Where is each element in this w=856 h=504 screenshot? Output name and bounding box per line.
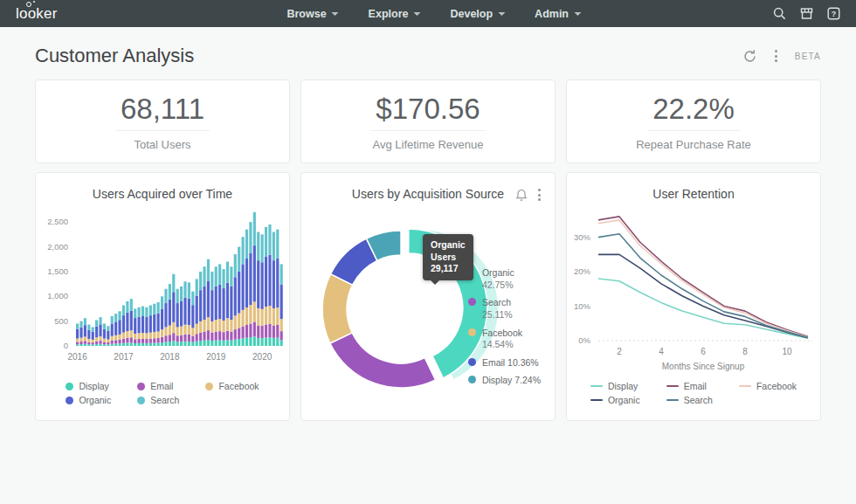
- bar-segment[interactable]: [261, 234, 264, 262]
- bar-segment[interactable]: [99, 336, 101, 341]
- bar-segment[interactable]: [99, 317, 101, 324]
- bar-segment[interactable]: [79, 342, 82, 344]
- bar-segment[interactable]: [84, 325, 86, 336]
- bar-segment[interactable]: [261, 262, 264, 309]
- bar-segment[interactable]: [164, 342, 167, 346]
- bar-segment[interactable]: [242, 327, 245, 339]
- bar-segment[interactable]: [257, 260, 259, 308]
- bar-segment[interactable]: [84, 344, 86, 346]
- bar-segment[interactable]: [203, 332, 205, 341]
- bar-segment[interactable]: [188, 299, 190, 326]
- bar-segment[interactable]: [234, 329, 237, 340]
- bar-segment[interactable]: [218, 319, 221, 331]
- bar-segment[interactable]: [230, 266, 232, 287]
- bar-segment[interactable]: [203, 320, 205, 332]
- bar-segment[interactable]: [142, 307, 144, 316]
- bar-segment[interactable]: [114, 343, 117, 346]
- bar-segment[interactable]: [222, 269, 224, 288]
- bar-segment[interactable]: [276, 230, 279, 259]
- bar-segment[interactable]: [273, 326, 275, 338]
- bar-segment[interactable]: [138, 307, 141, 317]
- bar-segment[interactable]: [153, 343, 155, 346]
- bar-segment[interactable]: [273, 308, 275, 326]
- legend-item-facebook[interactable]: Facebook: [739, 381, 797, 391]
- bar-segment[interactable]: [191, 336, 194, 342]
- bar-segment[interactable]: [134, 318, 136, 334]
- bar-segment[interactable]: [226, 318, 229, 330]
- bar-segment[interactable]: [207, 317, 210, 330]
- bar-segment[interactable]: [99, 341, 101, 344]
- donut-legend-item-facebook[interactable]: Facebook14.54%: [468, 328, 541, 351]
- bar-segment[interactable]: [142, 339, 144, 343]
- bar-segment[interactable]: [103, 344, 106, 346]
- bar-segment[interactable]: [261, 338, 264, 346]
- bar-segment[interactable]: [222, 341, 224, 346]
- bar-segment[interactable]: [157, 302, 160, 313]
- bar-segment[interactable]: [253, 301, 256, 321]
- bar-segment[interactable]: [280, 319, 283, 331]
- bar-segment[interactable]: [130, 299, 133, 310]
- bar-segment[interactable]: [107, 344, 109, 346]
- bar-segment[interactable]: [92, 332, 94, 340]
- bar-segment[interactable]: [245, 307, 248, 325]
- bar-segment[interactable]: [157, 314, 160, 332]
- bar-segment[interactable]: [161, 329, 163, 337]
- bar-segment[interactable]: [103, 329, 106, 339]
- bar-segment[interactable]: [95, 337, 98, 341]
- bar-segment[interactable]: [176, 335, 179, 342]
- bar-segment[interactable]: [183, 298, 186, 325]
- bar-segment[interactable]: [215, 266, 217, 287]
- bar-segment[interactable]: [226, 283, 229, 319]
- legend-item-email[interactable]: Email: [666, 381, 713, 391]
- bar-segment[interactable]: [107, 342, 109, 345]
- bar-segment[interactable]: [161, 308, 163, 329]
- bar-segment[interactable]: [114, 335, 117, 341]
- bar-segment[interactable]: [199, 272, 202, 290]
- bar-segment[interactable]: [242, 338, 245, 346]
- bar-segment[interactable]: [180, 287, 183, 301]
- bar-segment[interactable]: [84, 341, 86, 343]
- bar-segment[interactable]: [218, 331, 221, 340]
- bar-segment[interactable]: [145, 307, 148, 317]
- legend-item-email[interactable]: Email: [137, 381, 179, 391]
- bar-segment[interactable]: [134, 334, 136, 339]
- bar-segment[interactable]: [265, 337, 267, 346]
- bar-segment[interactable]: [211, 290, 213, 321]
- bar-segment[interactable]: [196, 342, 198, 346]
- bar-segment[interactable]: [268, 224, 271, 255]
- bar-segment[interactable]: [114, 340, 117, 343]
- bar-segment[interactable]: [145, 333, 148, 339]
- bar-segment[interactable]: [188, 335, 190, 342]
- bar-segment[interactable]: [164, 335, 167, 342]
- bar-segment[interactable]: [218, 264, 221, 284]
- legend-item-display[interactable]: Display: [590, 381, 640, 391]
- bar-segment[interactable]: [207, 340, 210, 346]
- bar-segment[interactable]: [107, 326, 109, 331]
- bar-segment[interactable]: [176, 342, 179, 346]
- bar-segment[interactable]: [238, 339, 240, 346]
- bar-segment[interactable]: [164, 303, 167, 327]
- bar-segment[interactable]: [103, 323, 106, 328]
- bar-segment[interactable]: [161, 342, 163, 346]
- bar-segment[interactable]: [245, 325, 248, 338]
- bar-segment[interactable]: [122, 315, 125, 333]
- bar-segment[interactable]: [180, 327, 183, 335]
- bar-segment[interactable]: [107, 340, 109, 342]
- bar-segment[interactable]: [126, 313, 128, 331]
- bar-segment[interactable]: [126, 331, 128, 338]
- bar-segment[interactable]: [134, 339, 136, 343]
- bar-segment[interactable]: [222, 332, 224, 341]
- bar-segment[interactable]: [196, 279, 198, 295]
- bar-segment[interactable]: [118, 343, 121, 346]
- retention-line-facebook[interactable]: [598, 220, 808, 337]
- bar-segment[interactable]: [145, 339, 148, 343]
- bar-segment[interactable]: [79, 344, 82, 346]
- bar-segment[interactable]: [218, 340, 221, 346]
- bar-segment[interactable]: [261, 309, 264, 326]
- bar-segment[interactable]: [211, 321, 213, 333]
- retention-line-email[interactable]: [598, 217, 808, 336]
- bar-segment[interactable]: [249, 305, 252, 323]
- bar-segment[interactable]: [188, 282, 190, 298]
- bar-segment[interactable]: [161, 296, 163, 308]
- bar-segment[interactable]: [211, 272, 213, 290]
